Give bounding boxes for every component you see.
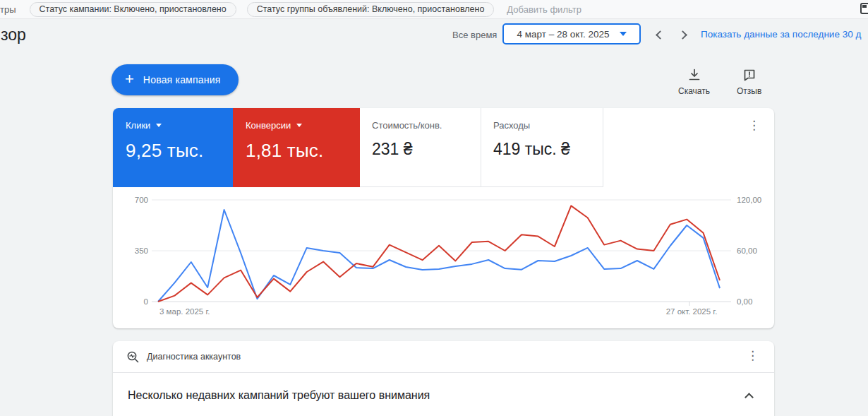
conversions-metric-value: 1,81 тыс. [246,140,360,162]
right-axis-tick: 0,00 [737,297,752,306]
show-last-30-days-link[interactable]: Показать данные за последние 30 д [701,29,861,40]
diagnostics-menu-button[interactable]: ⋮ [747,350,759,363]
metric-card-clicks[interactable]: Клики 9,25 тыс. [113,108,233,187]
left-axis-tick: 0 [144,297,148,306]
diagnostics-header: Диагностика аккаунтов ⋮ [113,341,774,372]
cost-label: Расходы [493,120,603,131]
chart-series [158,206,720,302]
date-range-value: 4 март – 28 окт. 2025 [517,29,609,40]
left-axis-tick: 350 [135,246,148,255]
chevron-down-icon[interactable] [156,124,162,127]
diagnostics-card: Диагностика аккаунтов ⋮ Несколько недавн… [113,341,774,416]
page-title: зор [1,25,26,44]
bookmark-icon[interactable] [860,3,868,14]
card-menu-button[interactable]: ⋮ [748,119,760,133]
filter-bar: тры Статус кампании: Включено, приостано… [0,0,868,19]
time-period-label: Все время [452,30,497,40]
new-campaign-label: Новая кампания [143,74,221,85]
feedback-icon [742,68,757,82]
chevron-right-icon [678,30,687,40]
filters-cut-label: тры [0,4,16,15]
chart-line-Конверсии [158,206,720,302]
metrics-row: Клики 9,25 тыс. Конверсии 1,81 тыс. Стои… [113,108,774,187]
campaign-status-filter-label: Статус кампании: Включено, приостановлен… [40,4,227,14]
new-campaign-button[interactable]: + Новая кампания [111,64,239,95]
attention-row: Несколько недавних кампаний требуют ваше… [113,373,774,416]
x-axis-start-label: 3 мар. 2025 г. [159,307,210,316]
feedback-label: Отзыв [737,86,761,96]
chevron-up-icon [745,393,754,402]
download-icon [687,68,701,82]
download-button[interactable]: Скачать [678,68,710,96]
right-axis-tick: 60,00 [737,246,757,255]
metric-card-cost[interactable]: Расходы 419 тыс. ₴ [481,108,603,187]
plus-icon: + [125,71,134,87]
right-axis-tick: 120,00 [737,196,761,204]
chevron-left-icon [656,30,665,40]
clicks-metric-value: 9,25 тыс. [126,140,233,162]
cost-per-conv-label: Стоимость/конв. [372,120,481,131]
download-label: Скачать [678,86,710,96]
chart-line-Клики [158,210,720,302]
overview-card: Клики 9,25 тыс. Конверсии 1,81 тыс. Стои… [113,108,774,328]
next-period-button[interactable] [676,27,692,42]
left-axis-tick: 700 [135,196,148,204]
overview-chart[interactable]: 700 350 0 120,00 60,00 0,00 3 мар. 2025 … [113,187,774,328]
date-range-picker[interactable]: 4 март – 28 окт. 2025 [502,23,641,44]
chart-axis-labels: 700 350 0 120,00 60,00 0,00 3 мар. 2025 … [135,196,761,316]
chevron-down-icon [620,32,627,36]
x-axis-end-label: 27 окт. 2025 г. [666,307,718,316]
adgroup-status-filter-chip[interactable]: Статус группы объявлений: Включено, прио… [247,2,495,17]
metric-card-conversions[interactable]: Конверсии 1,81 тыс. [233,108,360,187]
diagnostics-title: Диагностика аккаунтов [147,352,241,362]
previous-period-button[interactable] [651,27,666,42]
collapse-section-button[interactable] [740,387,757,404]
metric-card-cost-per-conv[interactable]: Стоимость/конв. 231 ₴ [360,108,481,187]
conversions-metric-label: Конверсии [246,120,291,131]
campaign-status-filter-chip[interactable]: Статус кампании: Включено, приостановлен… [30,2,236,17]
add-filter-button[interactable]: Добавить фильтр [507,4,581,15]
feedback-button[interactable]: Отзыв [737,68,761,96]
chart-gridlines [152,200,731,306]
attention-message: Несколько недавних кампаний требуют ваше… [128,389,430,402]
cost-per-conv-value: 231 ₴ [372,140,481,159]
clicks-metric-label: Клики [126,120,150,131]
diagnostics-search-icon [126,350,140,364]
adgroup-status-filter-label: Статус группы объявлений: Включено, прио… [257,4,485,14]
cost-value: 419 тыс. ₴ [493,140,603,159]
chevron-down-icon[interactable] [296,124,302,127]
